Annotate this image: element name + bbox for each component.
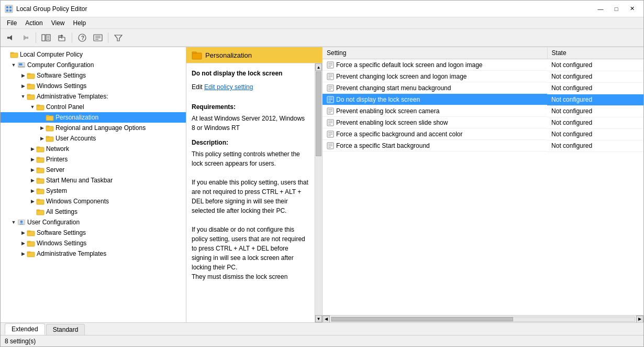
computer-config-expand[interactable]: ▼ bbox=[10, 61, 17, 69]
user-accounts-icon bbox=[46, 135, 54, 142]
settings-icon-button[interactable] bbox=[91, 31, 105, 45]
help-button[interactable]: ? bbox=[75, 31, 90, 45]
tree-user-accounts[interactable]: ▶ User Accounts bbox=[1, 133, 186, 144]
table-row[interactable]: Do not display the lock screenNot config… bbox=[323, 94, 643, 105]
scroll-left-button[interactable]: ◀ bbox=[323, 316, 330, 323]
menu-view[interactable]: View bbox=[47, 18, 69, 28]
tree-root[interactable]: Local Computer Policy bbox=[1, 49, 186, 60]
setting-row-icon bbox=[327, 73, 334, 80]
tree-network[interactable]: ▶ Network bbox=[1, 144, 186, 154]
forward-button[interactable] bbox=[18, 31, 33, 45]
windows-components-expand[interactable]: ▶ bbox=[29, 198, 36, 205]
setting-row-label: Prevent enabling lock screen slide show bbox=[336, 119, 448, 126]
menu-help[interactable]: Help bbox=[69, 18, 91, 28]
tree-admin-templates[interactable]: ▼ Administrative Templates: bbox=[1, 91, 186, 102]
table-row[interactable]: Prevent enabling lock screen cameraNot c… bbox=[323, 105, 643, 117]
up-icon bbox=[58, 34, 66, 41]
regional-lang-expand[interactable]: ▶ bbox=[38, 124, 46, 132]
user-admin-icon bbox=[27, 250, 35, 257]
tree-personalization[interactable]: Personalization bbox=[1, 112, 186, 123]
status-text: 8 setting(s) bbox=[5, 338, 36, 345]
tree-user-admin-templates[interactable]: ▶ Administrative Templates bbox=[1, 248, 186, 259]
close-button[interactable]: ✕ bbox=[625, 4, 639, 14]
scroll-down-button[interactable]: ▼ bbox=[315, 315, 322, 322]
setting-row-icon bbox=[327, 131, 334, 138]
svg-rect-66 bbox=[192, 53, 202, 59]
tree-user-config[interactable]: ▼ User Configuration bbox=[1, 217, 186, 227]
server-icon bbox=[36, 166, 45, 174]
svg-rect-55 bbox=[37, 199, 40, 200]
menu-file[interactable]: File bbox=[3, 18, 21, 28]
tree-control-panel[interactable]: ▼ Control Panel bbox=[1, 102, 186, 112]
desc-vertical-scrollbar[interactable]: ▲ ▼ bbox=[315, 63, 322, 322]
tree-start-menu-taskbar[interactable]: ▶ Start Menu and Taskbar bbox=[1, 175, 186, 186]
show-hide-console-button[interactable] bbox=[39, 31, 53, 45]
tree-user-software-settings[interactable]: ▶ Software Settings bbox=[1, 227, 186, 238]
server-expand[interactable]: ▶ bbox=[29, 166, 36, 174]
tree-all-settings[interactable]: All Settings bbox=[1, 207, 186, 217]
svg-rect-43 bbox=[46, 136, 49, 137]
table-row[interactable]: Prevent changing lock screen and logon i… bbox=[323, 71, 643, 82]
menu-action[interactable]: Action bbox=[21, 18, 47, 28]
tree-windows-settings[interactable]: ▶ Windows Settings bbox=[1, 81, 186, 91]
up-button[interactable] bbox=[54, 31, 69, 45]
maximize-button[interactable]: □ bbox=[609, 4, 624, 14]
svg-rect-49 bbox=[37, 168, 40, 169]
minimize-button[interactable]: — bbox=[593, 4, 608, 14]
svg-rect-41 bbox=[46, 126, 49, 127]
admin-templates-expand[interactable]: ▼ bbox=[19, 93, 27, 100]
tree-server[interactable]: ▶ Server bbox=[1, 165, 186, 175]
printers-expand[interactable]: ▶ bbox=[29, 156, 36, 163]
tree-software-settings[interactable]: ▶ Software Settings bbox=[1, 70, 186, 81]
table-row[interactable]: Force a specific background and accent c… bbox=[323, 128, 643, 140]
svg-rect-61 bbox=[27, 231, 30, 232]
tab-standard[interactable]: Standard bbox=[46, 324, 85, 335]
scroll-up-button[interactable]: ▲ bbox=[315, 63, 322, 71]
edit-policy-link[interactable]: Edit policy setting bbox=[204, 82, 253, 92]
user-windows-expand[interactable]: ▶ bbox=[19, 240, 27, 247]
svg-text:?: ? bbox=[81, 35, 84, 41]
tree-windows-components[interactable]: ▶ Windows Components bbox=[1, 196, 186, 207]
user-accounts-expand[interactable]: ▶ bbox=[38, 135, 46, 142]
user-admin-expand[interactable]: ▶ bbox=[19, 250, 27, 257]
table-row[interactable]: Prevent enabling lock screen slide showN… bbox=[323, 117, 643, 128]
scroll-right-button[interactable]: ▶ bbox=[636, 316, 643, 323]
control-panel-expand[interactable]: ▼ bbox=[29, 103, 36, 111]
svg-rect-26 bbox=[10, 52, 14, 53]
horizontal-scrollbar[interactable]: ◀ ▶ bbox=[323, 315, 643, 322]
settings-pane: Setting State Force a specific default l… bbox=[323, 47, 643, 322]
software-settings-expand[interactable]: ▶ bbox=[19, 72, 27, 79]
back-button[interactable] bbox=[3, 31, 17, 45]
separator-3 bbox=[108, 32, 108, 43]
tree-computer-config[interactable]: ▼ Computer Configuration bbox=[1, 60, 186, 70]
scroll-thumb bbox=[316, 71, 321, 156]
table-row[interactable]: Force a specific default lock screen and… bbox=[323, 59, 643, 71]
tab-extended[interactable]: Extended bbox=[5, 323, 45, 335]
title-bar: Local Group Policy Editor — □ ✕ bbox=[1, 1, 643, 17]
settings-icon bbox=[93, 34, 103, 41]
tree-regional-lang[interactable]: ▶ Regional and Language Options bbox=[1, 123, 186, 133]
system-expand[interactable]: ▶ bbox=[29, 187, 36, 194]
personalization-label: Personalization bbox=[55, 114, 184, 121]
h-scroll-thumb bbox=[331, 317, 513, 321]
root-expand-icon bbox=[3, 51, 10, 58]
start-menu-expand[interactable]: ▶ bbox=[29, 177, 36, 184]
user-software-expand[interactable]: ▶ bbox=[19, 229, 27, 236]
filter-button[interactable] bbox=[111, 31, 126, 45]
setting-row-state: Not configured bbox=[547, 94, 643, 105]
separator-1 bbox=[36, 32, 36, 43]
network-icon bbox=[36, 145, 45, 153]
setting-row-label: Force a specific Start background bbox=[336, 142, 430, 149]
table-row[interactable]: Force a specific Start backgroundNot con… bbox=[323, 140, 643, 151]
setting-row-label: Force a specific default lock screen and… bbox=[336, 61, 483, 69]
desc-body: Do not display the lock screen Edit Edit… bbox=[186, 63, 315, 322]
settings-scroll-container[interactable]: Setting State Force a specific default l… bbox=[323, 47, 643, 315]
table-row[interactable]: Prevent changing start menu backgroundNo… bbox=[323, 82, 643, 94]
tree-user-windows-settings[interactable]: ▶ Windows Settings bbox=[1, 238, 186, 248]
edit-policy-label: Edit bbox=[192, 83, 204, 91]
windows-settings-expand[interactable]: ▶ bbox=[19, 82, 27, 90]
user-config-expand[interactable]: ▼ bbox=[10, 219, 17, 226]
tree-printers[interactable]: ▶ Printers bbox=[1, 154, 186, 165]
network-expand[interactable]: ▶ bbox=[29, 145, 36, 153]
tree-system[interactable]: ▶ System bbox=[1, 186, 186, 196]
